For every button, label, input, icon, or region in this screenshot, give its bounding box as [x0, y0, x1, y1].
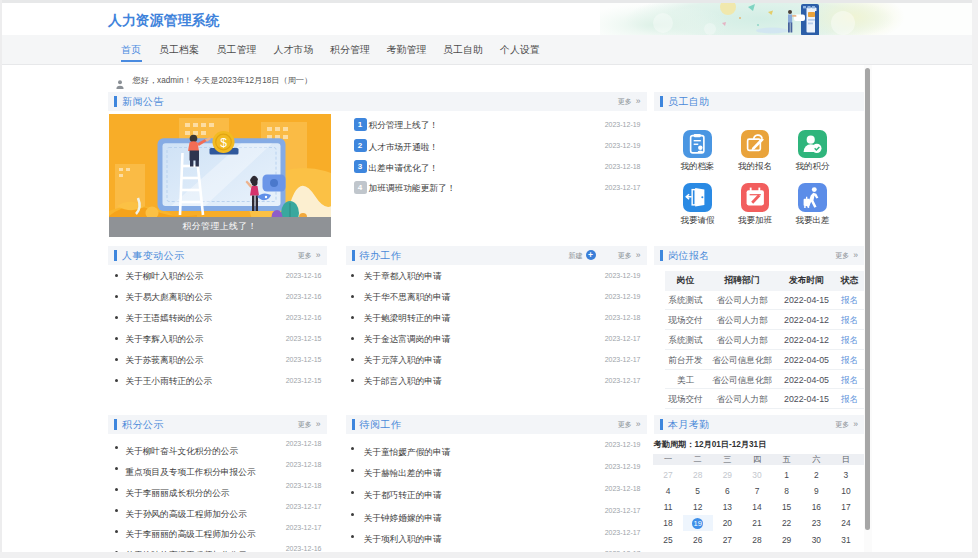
svg-text:$: $ [220, 135, 227, 149]
